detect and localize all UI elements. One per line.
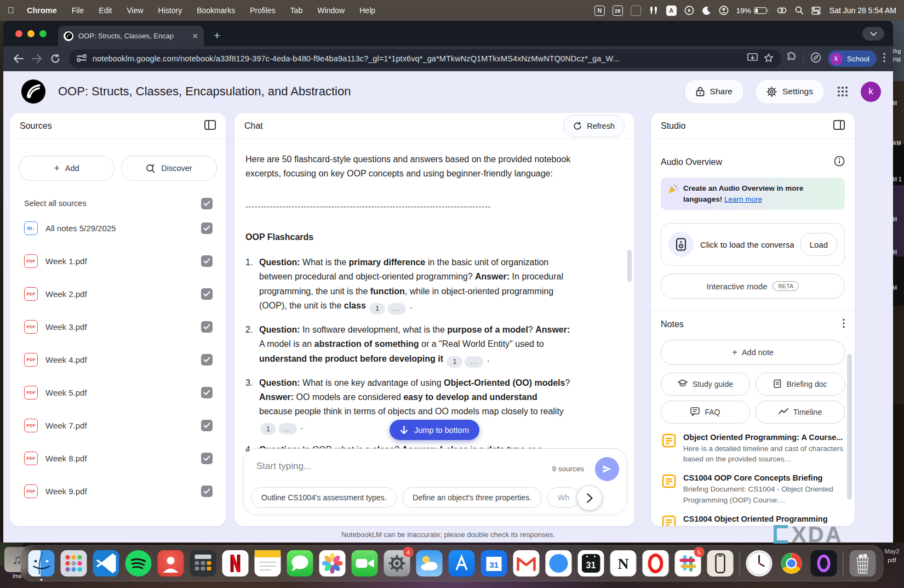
browser-profile-button[interactable]: k School — [828, 50, 877, 67]
menubar-item-bookmarks[interactable]: Bookmarks — [197, 6, 235, 15]
tool-timeline-button[interactable]: Timeline — [756, 401, 845, 424]
source-checkbox[interactable] — [201, 420, 213, 431]
dock-safari-icon[interactable] — [546, 550, 572, 576]
minimize-window-button[interactable] — [27, 30, 35, 37]
site-info-icon[interactable] — [77, 54, 87, 64]
source-row[interactable]: PDFWeek 4.pdf — [19, 343, 217, 376]
discover-sources-button[interactable]: Discover — [121, 156, 217, 181]
menubar-item-profiles[interactable]: Profiles — [250, 6, 276, 15]
menubar-item-history[interactable]: History — [158, 6, 182, 15]
citation-more-chip[interactable]: ... — [387, 303, 406, 315]
citation-chip[interactable]: 1 — [260, 423, 276, 435]
source-row[interactable]: PDFWeek 3.pdf — [19, 310, 217, 343]
note-list-item[interactable]: CS1004 OOP Core Concepts BriefingBriefin… — [661, 473, 845, 505]
forward-button[interactable] — [27, 49, 46, 68]
dock-photos-icon[interactable] — [319, 550, 346, 576]
source-row[interactable]: PDFWeek 5.pdf — [19, 376, 217, 409]
source-checkbox[interactable] — [201, 486, 213, 497]
dock-iphone-icon[interactable] — [707, 550, 734, 576]
source-row[interactable]: PDFWeek 1.pdf — [19, 244, 217, 277]
notes-menu-kebab-icon[interactable] — [843, 318, 845, 330]
dock-photobooth-icon[interactable] — [158, 550, 184, 576]
dock-clock-icon[interactable] — [746, 550, 773, 576]
dock-launchpad-icon[interactable] — [61, 550, 87, 576]
menubar-item-window[interactable]: Window — [317, 6, 345, 15]
share-button[interactable]: Share — [684, 79, 744, 104]
account-avatar[interactable]: k — [861, 82, 881, 102]
airpods-status-icon[interactable] — [649, 5, 659, 16]
address-bar[interactable]: notebooklm.google.com/notebook/a33f8129-… — [69, 49, 781, 68]
dock-finder-icon[interactable] — [28, 550, 55, 576]
dock-calculator-icon[interactable] — [190, 550, 216, 576]
source-row[interactable]: PDFWeek 9.pdf — [19, 475, 217, 507]
interactive-mode-button[interactable]: Interactive mode BETA — [661, 273, 845, 299]
dock-notion-icon[interactable]: N — [610, 550, 637, 576]
dock-gmail-icon[interactable] — [513, 550, 540, 576]
suggestion-chip[interactable]: Define an object's three properties. — [402, 487, 542, 508]
dock-gcal-icon[interactable]: 31 — [481, 550, 507, 576]
spotlight-search-icon[interactable] — [795, 5, 804, 16]
note-list-item[interactable]: Object Oriented Programming: A Course...… — [661, 433, 845, 464]
source-checkbox[interactable] — [201, 255, 213, 267]
play-status-icon[interactable] — [684, 5, 694, 16]
desktop-pdf-file-label[interactable]: May2pdf — [880, 547, 904, 564]
dock-settings-icon[interactable]: 4 — [384, 550, 410, 576]
dock-netflix-icon[interactable] — [222, 550, 249, 576]
menubar-item-edit[interactable]: Edit — [99, 6, 112, 15]
tool-briefing-button[interactable]: Briefing doc — [756, 373, 845, 396]
source-row[interactable]: PDFWeek 8.pdf — [19, 442, 217, 475]
user-status-icon[interactable] — [719, 5, 729, 16]
dock-chrome-icon[interactable] — [779, 550, 805, 576]
citation-more-chip[interactable]: ... — [465, 356, 483, 368]
dock-vscode-icon[interactable] — [93, 550, 119, 576]
apple-menu-icon[interactable]:  — [8, 5, 14, 15]
chat-scrollbar-thumb[interactable] — [627, 250, 632, 282]
chat-input-box[interactable]: Start typing... 9 sources Outline CS1004… — [243, 448, 627, 515]
dock-messages-icon[interactable] — [287, 550, 313, 576]
source-checkbox[interactable] — [201, 354, 213, 366]
citation-chip[interactable]: 1 — [369, 303, 385, 315]
select-all-checkbox[interactable] — [201, 198, 213, 209]
dark-mode-moon-icon[interactable] — [702, 5, 711, 16]
control-center-icon[interactable] — [811, 5, 821, 16]
audio-load-card[interactable]: Click to load the conversation. Load — [661, 223, 845, 266]
dock-calendar-icon[interactable]: 31 — [578, 550, 604, 576]
source-checkbox[interactable] — [201, 453, 213, 464]
add-source-button[interactable]: + Add — [19, 156, 115, 181]
tab-search-chevron-button[interactable] — [862, 27, 884, 41]
notebooklm-logo[interactable] — [21, 79, 46, 104]
more-suggestions-button[interactable] — [577, 486, 602, 510]
source-checkbox[interactable] — [201, 222, 213, 234]
learn-more-link[interactable]: Learn more — [724, 195, 762, 203]
extensions-icon[interactable] — [786, 52, 797, 65]
energy-saver-leaf-icon[interactable] — [810, 52, 821, 65]
dock-spotify-icon[interactable] — [125, 550, 152, 576]
tool-faq-button[interactable]: FAQ — [661, 401, 750, 424]
close-window-button[interactable] — [15, 30, 22, 37]
studio-scrollbar-thumb[interactable] — [847, 354, 852, 500]
browser-menu-kebab-icon[interactable] — [883, 53, 885, 65]
source-checkbox[interactable] — [201, 387, 213, 398]
tool-study-button[interactable]: Study guide — [661, 373, 750, 396]
calendar-status-icon[interactable]: 28 — [613, 5, 623, 16]
browser-tab[interactable]: OOP: Structs, Classes, Encap ✕ — [58, 26, 204, 46]
dock-trash-icon[interactable] — [850, 550, 876, 576]
menubar-item-chrome[interactable]: Chrome — [27, 6, 57, 15]
source-checkbox[interactable] — [201, 288, 213, 300]
dock-operaair-icon[interactable] — [811, 550, 837, 576]
source-row[interactable]: m↓All notes 5/29/2025 — [19, 212, 217, 244]
menubar-item-help[interactable]: Help — [359, 6, 375, 15]
tab-close-icon[interactable]: ✕ — [192, 32, 198, 41]
source-row[interactable]: PDFWeek 7.pdf — [19, 409, 217, 442]
bookmark-star-icon[interactable] — [764, 53, 774, 65]
hotspot-link-icon[interactable] — [776, 5, 787, 16]
citation-chip[interactable]: 1 — [447, 356, 462, 368]
source-row[interactable]: PDFWeek 2.pdf — [19, 277, 217, 310]
menubar-item-view[interactable]: View — [127, 6, 143, 15]
reload-button[interactable] — [46, 49, 65, 68]
dock-notes-icon[interactable] — [255, 550, 281, 576]
menubar-clock[interactable]: Sat Jun 28 5:54 AM — [829, 6, 896, 15]
jump-to-bottom-button[interactable]: Jump to bottom — [390, 420, 479, 440]
notion-status-icon[interactable]: N — [594, 5, 605, 16]
refresh-chat-button[interactable]: Refresh — [563, 115, 625, 138]
